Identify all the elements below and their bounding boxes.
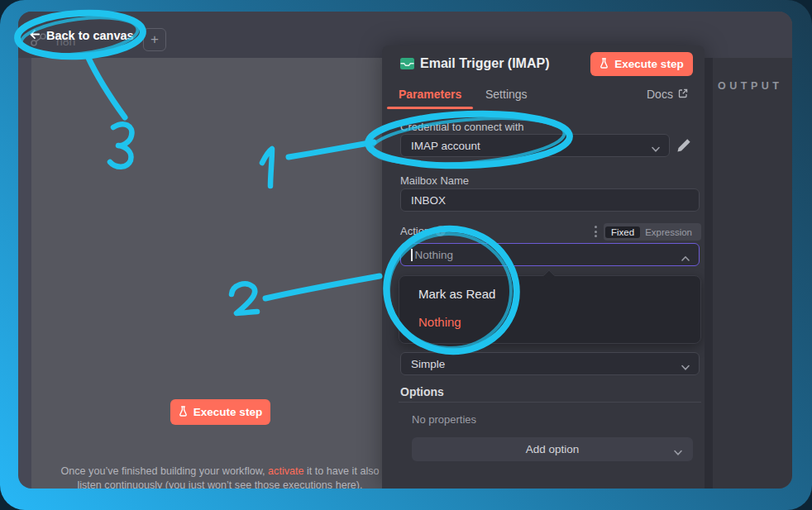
edit-credential-pencil-icon[interactable]: [676, 138, 693, 155]
plus-icon: +: [150, 31, 159, 48]
node-title: Email Trigger (IMAP): [420, 56, 549, 71]
format-select[interactable]: Simple: [400, 352, 700, 375]
credential-label: Credential to connect with: [400, 121, 524, 133]
mailbox-value: INBOX: [411, 194, 446, 207]
dropdown-option-nothing-selected[interactable]: Nothing: [418, 315, 461, 329]
panel-execute-step-label: Execute step: [614, 58, 683, 70]
back-to-canvas-button[interactable]: Back to canvas: [28, 28, 134, 43]
panel-divider: [705, 58, 713, 489]
tab-settings[interactable]: Settings: [485, 88, 528, 101]
activate-link[interactable]: activate: [268, 465, 303, 477]
options-section-label: Options: [400, 385, 444, 398]
canvas-execute-step-label: Execute step: [193, 406, 262, 418]
action-field-row: Action ? Fixed Expression: [400, 225, 701, 240]
mailbox-name-input[interactable]: INBOX: [400, 188, 700, 212]
mailbox-label: Mailbox Name: [400, 174, 469, 187]
email-inbox-icon: [399, 57, 415, 74]
active-tab-underline: [387, 107, 473, 109]
options-divider: [399, 402, 701, 403]
node-panel-header: Email Trigger (IMAP) Execute step: [382, 45, 705, 83]
external-link-icon: [678, 88, 688, 101]
tab-parameters[interactable]: Parameters: [399, 88, 461, 101]
dropdown-option-mark-as-read[interactable]: Mark as Read: [418, 287, 495, 301]
docs-label: Docs: [647, 88, 673, 101]
back-arrow-icon: [28, 28, 41, 43]
dropdown-caret: [543, 269, 555, 281]
parameter-options-dots-icon[interactable]: [592, 226, 599, 237]
format-value: Simple: [411, 358, 445, 370]
output-panel: OUTPUT: [713, 58, 792, 489]
panel-tabs: Parameters Settings Docs: [382, 83, 705, 108]
panel-execute-step-button[interactable]: Execute step: [590, 52, 693, 76]
gradient-frame: n8n Back to canvas + Execute step Once: [0, 0, 812, 510]
docs-link[interactable]: Docs: [647, 88, 688, 101]
credential-select[interactable]: IMAP account: [400, 134, 670, 157]
back-to-canvas-label: Back to canvas: [46, 29, 134, 42]
fixed-expression-toggle: Fixed Expression: [604, 223, 701, 241]
node-details-panel: Email Trigger (IMAP) Execute step Parame…: [382, 45, 705, 489]
action-dropdown-menu: Mark as Read Nothing: [399, 275, 701, 344]
add-option-label: Add option: [526, 443, 580, 455]
add-option-button[interactable]: Add option: [412, 437, 693, 461]
action-value: Nothing: [415, 249, 454, 261]
mode-fixed-button[interactable]: Fixed: [605, 226, 640, 238]
chevron-down-icon: [673, 446, 683, 459]
chevron-down-icon: [651, 143, 661, 155]
mode-expression-button[interactable]: Expression: [640, 226, 697, 238]
flask-icon: [599, 58, 609, 71]
note-text-pre: Once you’ve finished building your workf…: [60, 465, 268, 477]
credential-value: IMAP account: [411, 140, 480, 152]
new-tab-button[interactable]: +: [143, 28, 166, 51]
help-question-icon[interactable]: ?: [435, 226, 446, 236]
chevron-up-icon: [681, 252, 690, 265]
action-select-focused[interactable]: Nothing: [400, 243, 700, 266]
output-panel-title: OUTPUT: [718, 80, 792, 92]
action-label: Action: [400, 225, 430, 237]
app-window: n8n Back to canvas + Execute step Once: [18, 12, 792, 489]
no-properties-text: No properties: [412, 413, 476, 426]
text-cursor: [411, 249, 413, 261]
chevron-down-icon: [681, 361, 690, 374]
canvas-execute-step-button[interactable]: Execute step: [170, 399, 270, 425]
flask-icon: [179, 406, 188, 419]
activate-note: Once you’ve finished building your workf…: [55, 465, 385, 489]
